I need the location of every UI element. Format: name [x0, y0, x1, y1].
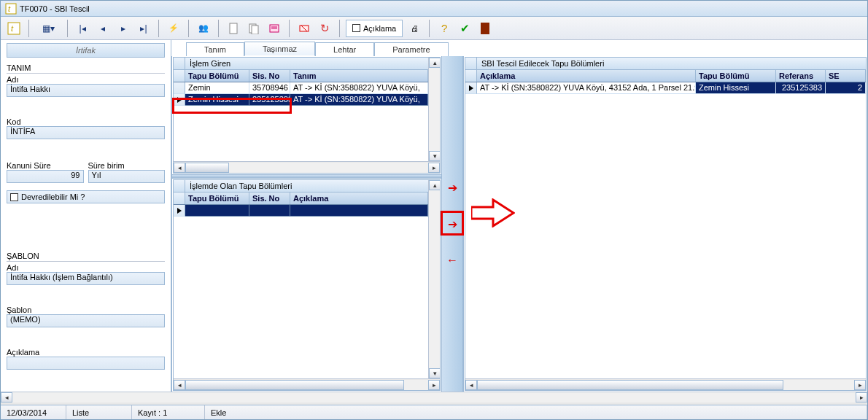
grid2-hscroll[interactable]: ◂▸ [174, 378, 440, 390]
table-row[interactable]: Zemin 35708946 AT -> Kİ (SN:3580822) YUV… [174, 82, 428, 94]
help-button[interactable]: ? [435, 20, 453, 37]
delete-row-button[interactable] [295, 20, 313, 37]
adi-label: Adı [7, 75, 165, 84]
sablon-adi-field[interactable]: İntifa Hakkı (İşlem Bağlantılı) [7, 272, 165, 285]
big-arrow-annotation [471, 198, 515, 228]
tanim-group-label: TANIM [7, 63, 165, 74]
birim-label: Süre birim [88, 161, 166, 170]
aciklama-field[interactable] [7, 357, 165, 370]
status-ekle: Ekle [205, 405, 867, 419]
table-row[interactable]: AT -> Kİ (SN:3580822) YUVA Köyü, 43152 A… [465, 82, 866, 94]
statusbar: 12/03/2014 Liste Kayıt : 1 Ekle [1, 405, 867, 419]
tab-tanim[interactable]: Tanım [186, 42, 244, 56]
irtifak-button[interactable]: İrtifak [7, 43, 165, 58]
list-button[interactable] [266, 20, 283, 37]
app-window: t TF0070 - SBI Tescil t ▦▾ |◂ ◂ ▸ ▸| ⚡ 👥… [0, 0, 868, 420]
content: İrtifak TANIM Adı İntifa Hakkı Kod İNTİF… [1, 40, 867, 392]
main-panel: Tanım Taşınmaz Lehtar Parametre İşlem [171, 40, 867, 392]
global-hscroll[interactable]: ◂▸ [1, 392, 867, 405]
checkbox-icon [10, 193, 18, 201]
kanuni-field[interactable]: 99 [7, 170, 84, 183]
grid1-col-sis[interactable]: Sis. No [249, 70, 290, 82]
highlight-box-2 [441, 211, 464, 236]
grid3-col-aciklama[interactable]: Açıklama [477, 70, 696, 82]
right-panel: SBI Tescil Edilecek Tapu Bölümleri Açıkl… [463, 56, 867, 392]
calendar-dropdown-button[interactable]: ▦▾ [35, 20, 61, 37]
sablon-adi-label: Adı [7, 263, 165, 272]
move-left-button[interactable]: ← [445, 253, 460, 268]
devredilebilir-label: Devredilebilir Mi ? [21, 192, 85, 201]
svg-rect-6 [252, 26, 258, 34]
grid1-col-tapu[interactable]: Tapu Bölümü [185, 70, 249, 82]
move-right-all-button[interactable]: ➔ [445, 217, 460, 231]
svg-rect-4 [230, 23, 237, 34]
grid-splitter[interactable] [172, 174, 441, 179]
nav-next-button[interactable]: ▸ [115, 20, 132, 37]
sablon-group-label: ŞABLON [7, 252, 165, 262]
tabbar: Tanım Taşınmaz Lehtar Parametre [171, 40, 867, 56]
refresh-button[interactable]: ⚡ [165, 20, 182, 37]
sablon-label: Şablon [7, 306, 165, 314]
close-button[interactable] [476, 20, 494, 37]
transfer-column: ➔ ➔ ← [441, 56, 463, 392]
sablon-field[interactable]: (MEMO) [7, 314, 165, 327]
grid2-vscroll[interactable]: ▴▾ [428, 180, 440, 378]
reload-button[interactable]: ↻ [316, 20, 333, 37]
grid2-col-tapu[interactable]: Tapu Bölümü [185, 192, 249, 204]
svg-rect-12 [481, 23, 489, 34]
nav-prev-button[interactable]: ◂ [94, 20, 112, 37]
aciklama-button[interactable]: Açıklama [346, 20, 403, 37]
users-button[interactable]: 👥 [195, 20, 212, 37]
grid2-header: Tapu Bölümü Sis. No Açıklama [174, 192, 428, 205]
toolbar: t ▦▾ |◂ ◂ ▸ ▸| ⚡ 👥 ↻ Açıklama 🖨 ? ✔ [1, 17, 867, 40]
status-kayit: Kayıt : 1 [132, 405, 205, 419]
islem-giren-grid[interactable]: İşlem Giren Tapu Bölümü Sis. No Tanım [173, 57, 441, 174]
grid1-col-tanim[interactable]: Tanım [290, 70, 428, 82]
kod-field[interactable]: İNTİFA [7, 126, 165, 139]
nav-last-button[interactable]: ▸| [135, 20, 152, 37]
aciklama-label: Açıklama [363, 24, 396, 33]
grid3-header: Açıklama Tapu Bölümü Referans SE [465, 70, 866, 82]
confirm-button[interactable]: ✔ [456, 20, 473, 37]
devredilebilir-checkbox[interactable]: Devredilebilir Mi ? [7, 190, 165, 203]
grid3-hscroll[interactable]: ◂▸ [465, 378, 866, 390]
table-row[interactable]: Zemin Hissesi 235125383 AT -> Kİ (SN:358… [174, 94, 428, 106]
status-liste: Liste [66, 405, 132, 419]
sbi-tescil-grid[interactable]: SBI Tescil Edilecek Tapu Bölümleri Açıkl… [465, 57, 867, 391]
svg-rect-2 [8, 23, 20, 34]
grid3-title: SBI Tescil Edilecek Tapu Bölümleri [477, 58, 866, 69]
table-row[interactable] [174, 205, 428, 217]
titlebar: t TF0070 - SBI Tescil [1, 1, 867, 17]
app-icon: t [5, 3, 17, 15]
print-button[interactable]: 🖨 [406, 20, 423, 37]
aciklama-label: Açıklama [7, 348, 165, 357]
copy-doc-button[interactable] [245, 20, 263, 37]
grid1-title: İşlem Giren [185, 58, 428, 69]
kanuni-label: Kanuni Süre [7, 161, 84, 170]
adi-field[interactable]: İntifa Hakkı [7, 84, 165, 97]
islemde-olan-grid[interactable]: İşlemde Olan Tapu Bölümleri Tapu Bölümü … [173, 179, 441, 391]
move-right-button[interactable]: ➔ [445, 180, 460, 195]
tab-tasinmaz[interactable]: Taşınmaz [244, 42, 315, 56]
kod-label: Kod [7, 117, 165, 126]
grid1-header: Tapu Bölümü Sis. No Tanım [174, 70, 428, 82]
grid2-title: İşlemde Olan Tapu Bölümleri [185, 180, 428, 192]
grid2-col-aciklama[interactable]: Açıklama [290, 192, 428, 204]
tab-lehtar[interactable]: Lehtar [315, 42, 374, 56]
grid3-col-tapu[interactable]: Tapu Bölümü [696, 70, 776, 82]
grid1-hscroll[interactable]: ◂▸ [174, 161, 440, 173]
grid3-col-referans[interactable]: Referans [776, 70, 826, 82]
left-panel: İrtifak TANIM Adı İntifa Hakkı Kod İNTİF… [1, 40, 171, 392]
nav-first-button[interactable]: |◂ [74, 20, 91, 37]
window-title: TF0070 - SBI Tescil [20, 4, 90, 13]
status-date: 12/03/2014 [1, 405, 66, 419]
grid2-col-sis[interactable]: Sis. No [249, 192, 290, 204]
birim-field[interactable]: Yıl [88, 170, 166, 183]
grid1-vscroll[interactable]: ▴▾ [428, 58, 440, 161]
tab-parametre[interactable]: Parametre [374, 42, 448, 56]
new-doc-button[interactable] [225, 20, 242, 37]
app-logo-button[interactable]: t [5, 20, 23, 37]
aciklama-checkbox-icon [352, 24, 360, 32]
grid3-col-se[interactable]: SE [826, 70, 866, 82]
